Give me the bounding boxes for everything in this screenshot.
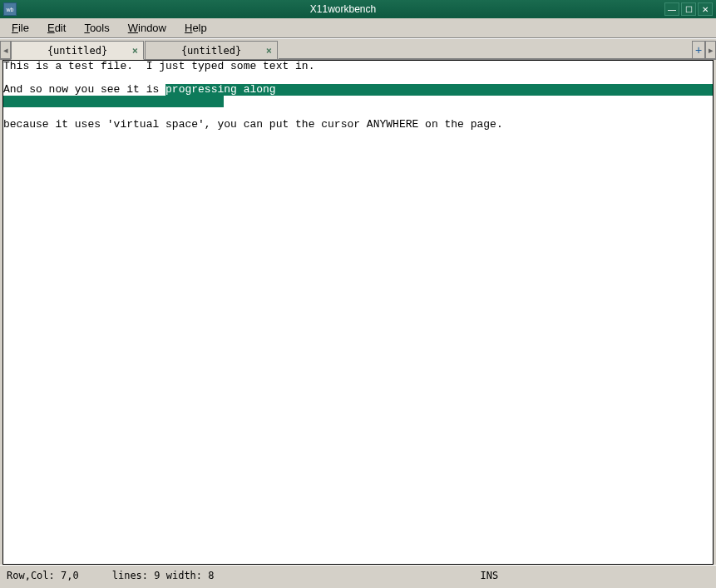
menu-file[interactable]: File	[8, 20, 32, 36]
window-title: X11workbench	[22, 3, 664, 15]
editor-line	[3, 107, 713, 119]
tab-label: {untitled}	[47, 45, 107, 57]
status-mode: INS	[481, 570, 499, 581]
menu-window[interactable]: Window	[125, 20, 170, 36]
editor-line	[3, 96, 713, 107]
tab-scroll-left-icon[interactable]: ◂	[0, 41, 11, 59]
editor-line: because it uses 'virtual space', you can…	[3, 119, 713, 131]
menu-tools[interactable]: Tools	[81, 20, 112, 36]
tabbar: ◂ {untitled} × {untitled} × + ▸	[0, 38, 716, 60]
menu-help[interactable]: Help	[181, 20, 210, 36]
tab-scroll-right-icon[interactable]: ▸	[705, 41, 716, 59]
minimize-button[interactable]: —	[664, 2, 679, 16]
editor-line: And so now you see it is progressing alo…	[3, 84, 713, 96]
window-controls: — ☐ ✕	[664, 2, 713, 16]
maximize-button[interactable]: ☐	[681, 2, 696, 16]
editor-line: This is a test file. I just typed some t…	[3, 61, 713, 72]
tab-close-icon[interactable]: ×	[132, 45, 138, 57]
tab-label: {untitled}	[181, 45, 241, 57]
menubar: File Edit Tools Window Help	[0, 18, 716, 38]
status-lines: lines: 9 width: 8	[112, 570, 215, 581]
app-icon: wb	[3, 2, 17, 16]
titlebar: wb X11workbench — ☐ ✕	[0, 0, 716, 18]
tab-close-icon[interactable]: ×	[266, 45, 272, 57]
tab-0[interactable]: {untitled} ×	[11, 41, 144, 60]
status-rowcol: Row,Col: 7,0	[7, 570, 79, 581]
close-button[interactable]: ✕	[698, 2, 713, 16]
menu-edit[interactable]: Edit	[44, 20, 69, 36]
statusbar: Row,Col: 7,0 lines: 9 width: 8 INS	[0, 565, 716, 585]
tab-1[interactable]: {untitled} ×	[145, 41, 278, 59]
editor-line	[3, 72, 713, 84]
tab-spacer	[279, 41, 692, 59]
tab-add-button[interactable]: +	[692, 41, 705, 59]
text-editor[interactable]: This is a test file. I just typed some t…	[2, 60, 714, 565]
